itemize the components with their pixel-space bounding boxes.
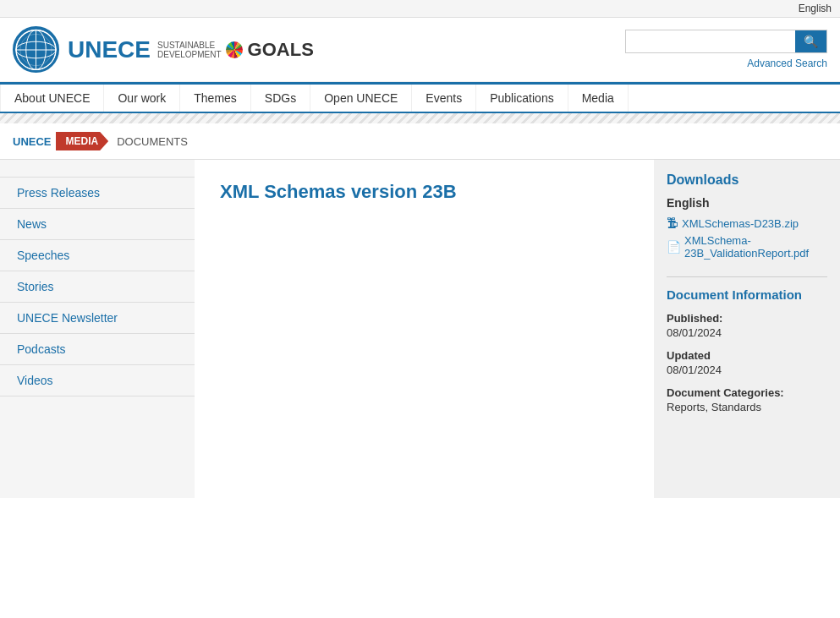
nav-item-publications[interactable]: Publications [476, 85, 568, 112]
stripe-divider [0, 113, 840, 123]
header-right: 🔍 Advanced Search [625, 30, 827, 69]
logo-text: UNECE SUSTAINABLE DEVELOPMENT GOALS [68, 38, 314, 62]
download-pdf-file[interactable]: 📄XMLSchema-23B_ValidationReport.pdf [667, 234, 827, 260]
file-label: XMLSchema-23B_ValidationReport.pdf [684, 234, 827, 260]
doc-info-title: Document Information [667, 276, 827, 302]
download-zip-file[interactable]: 🗜XMLSchemas-D23B.zip [667, 216, 827, 230]
nav-item-open[interactable]: Open UNECE [310, 85, 412, 112]
sdg-branding: SUSTAINABLE DEVELOPMENT GOALS [157, 39, 314, 61]
sidebar-item-videos[interactable]: Videos [0, 365, 195, 397]
breadcrumb: UNECE MEDIA DOCUMENTS [0, 123, 840, 160]
main-content: XML Schemas version 23B [195, 160, 654, 498]
un-emblem [13, 26, 59, 73]
header: UNECE SUSTAINABLE DEVELOPMENT GOALS 🔍 Ad… [0, 18, 840, 82]
document-info: Document Information Published: 08/01/20… [667, 276, 827, 413]
categories-label: Document Categories: [667, 386, 827, 399]
sidebar-item-podcasts[interactable]: Podcasts [0, 334, 195, 365]
downloads-language: English [667, 196, 827, 210]
sidebar-item-newsletter[interactable]: UNECE Newsletter [0, 303, 195, 334]
search-input[interactable] [626, 31, 795, 52]
main-nav: About UNECEOur workThemesSDGsOpen UNECEE… [0, 82, 840, 113]
sdg-wheel-icon [226, 41, 243, 58]
downloads-panel: Downloads English 🗜XMLSchemas-D23B.zip📄X… [654, 160, 840, 498]
sdg-line2: DEVELOPMENT [157, 50, 222, 59]
sdg-goals-text: GOALS [248, 39, 314, 61]
sidebar-item-stories[interactable]: Stories [0, 271, 195, 303]
top-bar: English [0, 0, 840, 18]
sdg-line1: SUSTAINABLE [157, 41, 222, 50]
language-selector[interactable]: English [799, 3, 832, 14]
sidebar-item-press-releases[interactable]: Press Releases [0, 177, 195, 209]
sidebar-item-news[interactable]: News [0, 209, 195, 240]
published-value: 08/01/2024 [667, 326, 827, 339]
sidebar: Press ReleasesNewsSpeechesStoriesUNECE N… [0, 160, 195, 498]
nav-item-media[interactable]: Media [568, 85, 629, 112]
nav-item-themes[interactable]: Themes [180, 85, 251, 112]
page-title: XML Schemas version 23B [220, 181, 629, 203]
categories-value: Reports, Standards [667, 401, 827, 413]
nav-item-sdgs[interactable]: SDGs [251, 85, 310, 112]
nav-item-about[interactable]: About UNECE [0, 85, 104, 112]
updated-label: Updated [667, 349, 827, 362]
sidebar-item-speeches[interactable]: Speeches [0, 240, 195, 271]
breadcrumb-home[interactable]: UNECE [13, 135, 52, 148]
downloads-files: 🗜XMLSchemas-D23B.zip📄XMLSchema-23B_Valid… [667, 216, 827, 260]
file-icon: 📄 [667, 240, 681, 254]
nav-item-our-work[interactable]: Our work [104, 85, 180, 112]
logo-area: UNECE SUSTAINABLE DEVELOPMENT GOALS [13, 26, 314, 73]
breadcrumb-current: DOCUMENTS [117, 135, 188, 148]
search-button[interactable]: 🔍 [795, 30, 826, 52]
content-wrapper: Press ReleasesNewsSpeechesStoriesUNECE N… [0, 160, 840, 498]
search-bar: 🔍 [625, 30, 827, 53]
published-label: Published: [667, 312, 827, 325]
advanced-search-link[interactable]: Advanced Search [747, 57, 827, 69]
nav-item-events[interactable]: Events [412, 85, 476, 112]
file-label: XMLSchemas-D23B.zip [682, 217, 799, 230]
file-icon: 🗜 [667, 216, 678, 230]
breadcrumb-section: MEDIA [56, 132, 109, 150]
downloads-title: Downloads [667, 172, 827, 188]
unece-text: UNECE [68, 38, 151, 62]
updated-value: 08/01/2024 [667, 364, 827, 376]
